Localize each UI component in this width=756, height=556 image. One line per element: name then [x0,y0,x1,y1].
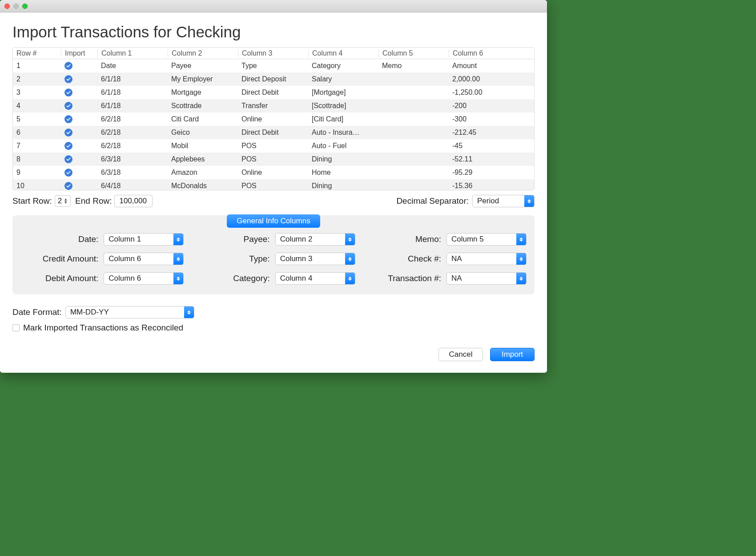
cell-col6: -45 [449,142,534,150]
start-row-value: 2 [58,197,62,205]
check-select[interactable]: NA [446,253,527,265]
stepper-arrows-icon[interactable]: ▲▼ [64,198,68,204]
row-number: 3 [13,89,61,97]
memo-label: Memo: [415,234,441,244]
cell-col4: Dining [308,155,378,163]
cell-col2: Mobil [168,142,238,150]
cell-col4: Dining [308,182,378,190]
start-row-label: Start Row: [12,196,52,206]
memo-select[interactable]: Column 5 [446,233,527,246]
cell-col3: Online [238,169,308,177]
header-col1[interactable]: Column 1 [97,49,168,57]
cell-col6: -300 [449,115,534,123]
credit-select[interactable]: Column 6 [104,253,184,265]
table-row[interactable]: 46/1/18ScottradeTransfer[Scottrade]-200 [13,99,534,113]
start-row-stepper[interactable]: 2 ▲▼ [55,195,71,207]
header-col2[interactable]: Column 2 [168,49,238,57]
chevron-updown-icon [173,253,183,265]
import-toggle[interactable] [61,129,97,137]
category-label: Category: [233,274,269,283]
chevron-updown-icon [345,253,355,265]
chevron-updown-icon [173,273,183,284]
import-toggle[interactable] [61,169,97,177]
minimize-icon [13,4,19,9]
import-toggle[interactable] [61,102,97,110]
import-toggle[interactable] [61,142,97,150]
header-col5[interactable]: Column 5 [378,49,449,57]
cell-col4: Category [308,62,378,70]
table-row[interactable]: 66/2/18GeicoDirect DebitAuto - Insura…-2… [13,126,534,139]
maximize-icon[interactable] [22,4,28,9]
table-row[interactable]: 86/3/18ApplebeesPOSDining-52.11 [13,153,534,166]
cell-col3: Direct Debit [238,89,308,97]
table-row[interactable]: 36/1/18MortgageDirect Debit[Mortgage]-1,… [13,86,534,99]
cancel-button[interactable]: Cancel [438,348,483,361]
table-row[interactable]: 56/2/18Citi CardOnline[Citi Card]-300 [13,113,534,126]
header-import[interactable]: Import [61,49,97,57]
row-number: 10 [13,182,61,190]
chevron-updown-icon [345,273,355,284]
row-number: 1 [13,62,61,70]
transaction-select[interactable]: NA [446,272,527,285]
table-row[interactable]: 1DatePayeeTypeCategoryMemoAmount [13,59,534,73]
reconcile-checkbox[interactable] [12,324,20,331]
import-toggle[interactable] [61,115,97,124]
table-header-row: Row # Import Column 1 Column 2 Column 3 … [13,48,534,59]
date-format-select[interactable]: MM-DD-YY [65,306,194,318]
panel-tab[interactable]: General Info Columns [227,214,320,228]
import-toggle[interactable] [61,89,97,97]
row-number: 7 [13,142,61,150]
chevron-updown-icon [516,234,526,245]
payee-select[interactable]: Column 2 [275,233,355,246]
cell-col3: Direct Debit [238,129,308,137]
decimal-separator-label: Decimal Separator: [396,196,469,206]
check-icon [64,75,72,83]
header-col6[interactable]: Column 6 [449,49,534,57]
table-row[interactable]: 76/2/18MobilPOSAuto - Fuel-45 [13,139,534,153]
table-row[interactable]: 26/1/18My EmployerDirect DepositSalary2,… [13,73,534,86]
header-rownum[interactable]: Row # [13,49,61,57]
chevron-updown-icon [516,273,526,284]
import-toggle[interactable] [61,182,97,190]
type-label: Type: [249,254,269,264]
table-row[interactable]: 106/4/18McDonaldsPOSDining-15.36 [13,179,534,190]
decimal-separator-select[interactable]: Period [472,195,535,207]
cell-col3: POS [238,182,308,190]
debit-select[interactable]: Column 6 [104,272,184,285]
cell-col2: Amazon [168,169,238,177]
cell-col2: Geico [168,129,238,137]
header-col3[interactable]: Column 3 [238,49,308,57]
date-format-label: Date Format: [12,307,62,317]
cell-col1: 6/3/18 [97,155,168,163]
import-toggle[interactable] [61,155,97,164]
chevron-updown-icon [516,253,526,265]
row-number: 5 [13,115,61,123]
cell-col6: Amount [449,62,534,70]
close-icon[interactable] [4,4,10,9]
import-toggle[interactable] [61,75,97,84]
table-row[interactable]: 96/3/18AmazonOnlineHome-95.29 [13,166,534,179]
check-icon [64,102,72,110]
cell-col2: My Employer [168,75,238,83]
chevron-updown-icon [184,306,194,318]
date-select[interactable]: Column 1 [104,233,184,246]
header-col4[interactable]: Column 4 [308,49,378,57]
check-icon [64,89,72,97]
chevron-updown-icon [173,234,183,245]
import-button[interactable]: Import [490,348,535,361]
cell-col2: Applebees [168,155,238,163]
end-row-input[interactable]: 100,000 [114,195,153,207]
cell-col4: Home [308,169,378,177]
import-toggle[interactable] [61,62,97,70]
row-number: 2 [13,75,61,83]
check-icon [64,129,72,137]
category-select[interactable]: Column 4 [275,272,355,285]
cell-col6: -52.11 [449,155,534,163]
cell-col1: 6/1/18 [97,89,168,97]
check-icon [64,182,72,190]
type-select[interactable]: Column 3 [275,253,355,265]
row-number: 9 [13,169,61,177]
row-number: 8 [13,155,61,163]
cell-col4: Auto - Fuel [308,142,378,150]
cell-col6: -212.45 [449,129,534,137]
